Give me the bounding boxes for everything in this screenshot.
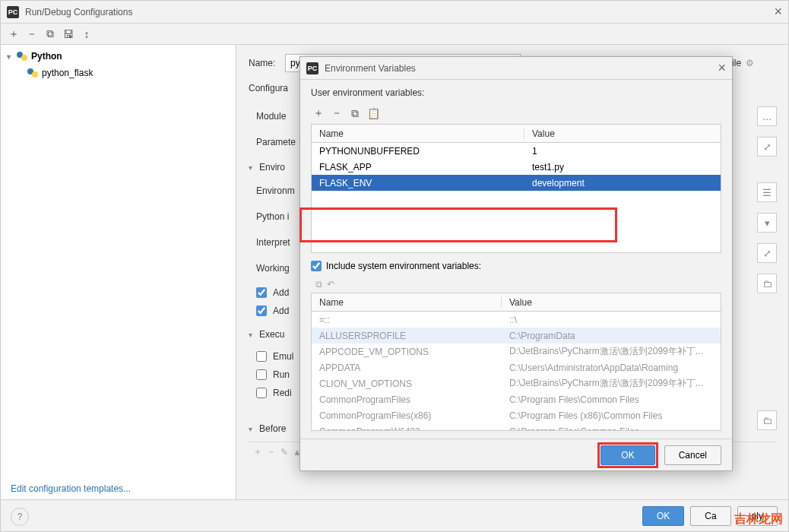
table-row[interactable]: CLION_VM_OPTIONSD:\JetBrains\PyCharm激活\激… (312, 375, 721, 391)
sidebar: ▾ Python python_flask (1, 45, 236, 499)
table-row[interactable]: CommonProgramFilesC:\Program Files\Commo… (312, 391, 721, 407)
user-vars-table[interactable]: Name Value PYTHONUNBUFFERED 1 FLASK_APP … (311, 124, 721, 253)
chevron-down-icon: ▾ (249, 163, 259, 172)
remove-icon[interactable]: － (329, 106, 344, 121)
table-row[interactable]: APPDATAC:\Users\Administrator\AppData\Ro… (312, 359, 721, 375)
tree-child[interactable]: python_flask (1, 65, 236, 81)
edit-templates-link[interactable]: Edit configuration templates... (11, 483, 131, 494)
chevron-down-icon: ▾ (249, 331, 259, 339)
python-icon (16, 50, 28, 62)
col-value: Value (524, 128, 562, 139)
table-row[interactable]: =::::\ (312, 312, 721, 328)
paste-icon[interactable]: 📋 (366, 106, 381, 121)
save-icon[interactable]: 🖫 (60, 26, 77, 43)
user-vars-label: User environment variables: (311, 87, 721, 98)
python-icon (27, 67, 39, 79)
help-icon[interactable]: ? (11, 508, 29, 526)
svg-point-1 (21, 55, 27, 61)
modal-title: Environment Variables (325, 63, 416, 74)
config-toolbar: ＋ － ⧉ 🖫 ↕ (1, 24, 788, 45)
gear-icon[interactable]: ⚙ (746, 58, 754, 68)
copy-icon[interactable]: ⧉ (347, 106, 363, 121)
close-icon[interactable]: × (718, 60, 726, 76)
up-down-icon[interactable]: ↕ (78, 26, 95, 43)
col-name: Name (312, 297, 502, 308)
add-icon[interactable]: ＋ (311, 106, 326, 121)
titlebar: PC Run/Debug Configurations × (1, 1, 788, 24)
copy-icon[interactable]: ⧉ (315, 279, 322, 290)
user-vars-toolbar: ＋ － ⧉ 📋 (311, 103, 721, 124)
modal-footer: OK Cancel (300, 439, 732, 470)
app-icon: PC (7, 6, 19, 18)
col-name: Name (312, 128, 524, 139)
folder-icon[interactable]: 🗀 (757, 410, 777, 430)
remove-icon[interactable]: － (267, 445, 276, 458)
ok-highlight: OK (597, 442, 658, 468)
close-icon[interactable]: × (774, 4, 782, 20)
add-icon[interactable]: ＋ (253, 445, 262, 458)
edit-icon[interactable]: ✎ (280, 447, 288, 458)
ok-button[interactable]: OK (642, 506, 684, 526)
undo-icon[interactable]: ↶ (327, 279, 334, 290)
sys-vars-toolbar: ⧉ ↶ (311, 276, 721, 293)
tree-python[interactable]: ▾ Python (1, 48, 236, 65)
svg-point-3 (32, 71, 38, 78)
table-row[interactable]: FLASK_APP test1.py (312, 159, 721, 175)
window-title: Run/Debug Configurations (25, 7, 132, 17)
expand-icon[interactable]: ⤢ (757, 137, 777, 157)
remove-icon[interactable]: － (24, 26, 40, 43)
dialog-footer: OK Ca ply (1, 499, 788, 531)
more-icon[interactable]: … (757, 106, 777, 126)
expand-icon[interactable]: ⤢ (757, 243, 777, 263)
table-row[interactable]: FLASK_ENV development (312, 175, 721, 191)
dropdown-icon[interactable]: ▾ (757, 213, 777, 233)
name-label: Name: (249, 58, 285, 68)
col-value: Value (502, 297, 540, 308)
table-row[interactable]: ALLUSERSPROFILEC:\ProgramData (312, 328, 721, 344)
table-row[interactable]: APPCODE_VM_OPTIONSD:\JetBrains\PyCharm激活… (312, 344, 721, 359)
env-vars-dialog: PC Environment Variables × User environm… (299, 56, 733, 471)
app-icon: PC (306, 62, 318, 74)
list-icon[interactable]: ☰ (757, 182, 777, 202)
tree-child-label: python_flask (42, 68, 93, 78)
cancel-button[interactable]: Ca (690, 506, 730, 526)
tree-root-label: Python (31, 51, 62, 62)
right-side-icons: … ⤢ ☰ ▾ ⤢ 🗀 🗀 (757, 106, 777, 430)
copy-icon[interactable]: ⧉ (42, 26, 59, 43)
cancel-button[interactable]: Cancel (664, 445, 721, 465)
chevron-down-icon: ▾ (249, 425, 259, 433)
apply-button[interactable]: ply (737, 506, 778, 526)
chevron-down-icon: ▾ (7, 52, 16, 61)
table-row[interactable]: CommonProgramFiles(x86)C:\Program Files … (312, 407, 721, 423)
sys-vars-table[interactable]: Name Value =::::\ ALLUSERSPROFILEC:\Prog… (311, 293, 721, 431)
table-row[interactable]: PYTHONUNBUFFERED 1 (312, 143, 721, 159)
include-system-checkbox[interactable]: Include system environment variables: (311, 261, 721, 271)
add-icon[interactable]: ＋ (5, 26, 22, 43)
folder-icon[interactable]: 🗀 (757, 274, 777, 293)
table-row[interactable]: CommonProgramW6432C:\Program Files\Commo… (312, 423, 721, 430)
ok-button[interactable]: OK (600, 445, 654, 465)
